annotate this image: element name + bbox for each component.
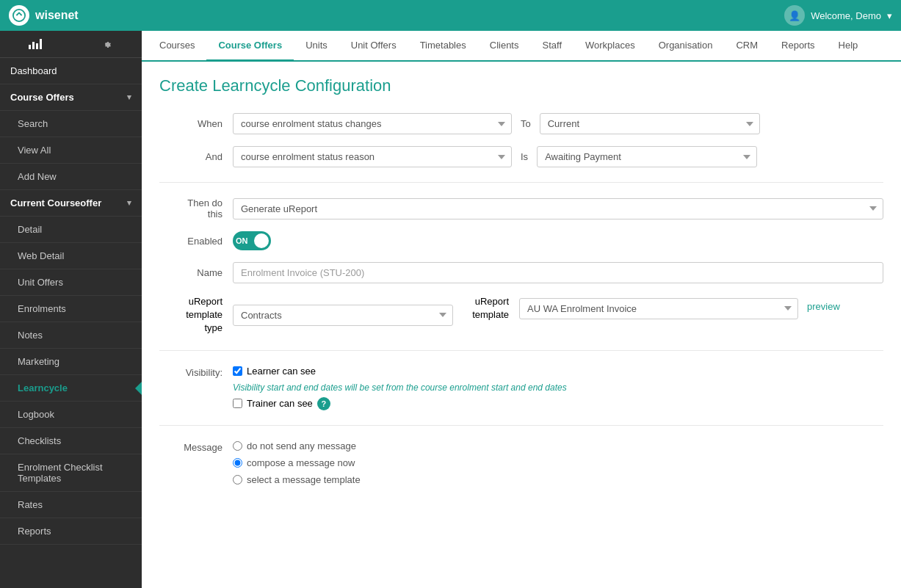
analytics-icon-btn[interactable] xyxy=(0,31,71,57)
svg-rect-3 xyxy=(36,43,38,49)
message-radio-compose[interactable] xyxy=(233,458,242,468)
user-dropdown-icon[interactable]: ▾ xyxy=(887,10,892,21)
message-option-none: do not send any message xyxy=(233,440,361,451)
then-do-label: Then do this xyxy=(159,197,233,219)
message-radio-none[interactable] xyxy=(233,441,242,451)
message-none-label: do not send any message xyxy=(247,440,356,451)
divider3 xyxy=(159,425,883,426)
svg-rect-4 xyxy=(40,39,42,49)
is-connector: Is xyxy=(512,151,537,162)
tab-help[interactable]: Help xyxy=(827,31,870,62)
tab-organisation[interactable]: Organisation xyxy=(647,31,725,62)
visibility-label: Visibility: xyxy=(159,366,233,378)
and-label: And xyxy=(159,151,233,162)
when-row: When course enrolment status changes To … xyxy=(159,113,883,134)
then-do-select[interactable]: Generate uReport xyxy=(233,198,883,219)
user-menu[interactable]: 👤 Welcome, Demo ▾ xyxy=(784,5,892,26)
page-title: Create Learncycle Configuration xyxy=(159,76,883,95)
current-courseoffer-label: Current Courseoffer xyxy=(10,197,101,208)
tab-workplaces[interactable]: Workplaces xyxy=(573,31,647,62)
tab-units[interactable]: Units xyxy=(294,31,339,62)
message-option-template: select a message template xyxy=(233,474,361,485)
sidebar-section-current-courseoffer[interactable]: Current Courseoffer ▾ xyxy=(0,190,142,217)
sidebar-item-rates[interactable]: Rates xyxy=(0,492,142,518)
sidebar-item-dashboard[interactable]: Dashboard xyxy=(0,58,142,84)
enabled-toggle[interactable]: ON xyxy=(233,231,271,250)
sidebar-item-learncycle[interactable]: Learncycle xyxy=(0,375,142,402)
sidebar-item-add-new[interactable]: Add New xyxy=(0,164,142,190)
ureport-template-select[interactable]: AU WA Enrolment Invoice xyxy=(519,298,798,319)
brand-name: wisenet xyxy=(35,9,79,22)
enabled-row: Enabled ON xyxy=(159,231,883,250)
sidebar-item-enrolment-checklist-templates[interactable]: Enrolment Checklist Templates xyxy=(0,454,142,492)
sidebar-item-checklists[interactable]: Checklists xyxy=(0,428,142,454)
dashboard-label: Dashboard xyxy=(10,65,57,76)
message-option-compose: compose a message now xyxy=(233,457,361,468)
sidebar-item-unit-offers[interactable]: Unit Offers xyxy=(0,269,142,296)
chevron-down-icon2: ▾ xyxy=(127,198,131,208)
user-avatar: 👤 xyxy=(784,5,805,26)
sidebar: Dashboard Course Offers ▾ Search View Al… xyxy=(0,31,142,588)
visibility-options: Learner can see Visibility start and end… xyxy=(233,366,567,410)
ureport-type-select[interactable]: Contracts xyxy=(233,305,453,326)
sidebar-item-logbook[interactable]: Logbook xyxy=(0,402,142,428)
nav-tabs: Courses Course Offers Units Unit Offers … xyxy=(142,31,901,62)
when-select[interactable]: course enrolment status changes xyxy=(233,113,512,134)
tab-unit-offers[interactable]: Unit Offers xyxy=(339,31,408,62)
tab-courses[interactable]: Courses xyxy=(148,31,206,62)
message-row: Message do not send any message compose … xyxy=(159,440,883,485)
help-icon[interactable]: ? xyxy=(317,397,330,410)
sidebar-icon-bar xyxy=(0,31,142,58)
when-label: When xyxy=(159,118,233,129)
svg-rect-2 xyxy=(32,42,35,49)
course-offers-section-label: Course Offers xyxy=(10,92,74,103)
sidebar-item-search[interactable]: Search xyxy=(0,111,142,137)
enabled-label: Enabled xyxy=(159,236,233,247)
svg-rect-1 xyxy=(29,45,31,49)
and-row: And course enrolment status reason Is Aw… xyxy=(159,146,883,167)
to-select[interactable]: Current xyxy=(540,113,760,134)
trainer-can-see-label: Trainer can see xyxy=(247,398,313,409)
visibility-row: Visibility: Learner can see Visibility s… xyxy=(159,366,883,410)
learner-can-see-row: Learner can see xyxy=(233,366,567,377)
settings-icon-btn[interactable] xyxy=(71,31,142,57)
name-input[interactable] xyxy=(233,262,883,283)
logo-icon[interactable] xyxy=(9,5,29,26)
sidebar-item-reports[interactable]: Reports xyxy=(0,518,142,545)
sidebar-item-marketing[interactable]: Marketing xyxy=(0,349,142,375)
tab-staff[interactable]: Staff xyxy=(531,31,574,62)
then-do-row: Then do this Generate uReport xyxy=(159,197,883,219)
sidebar-item-view-all[interactable]: View All xyxy=(0,137,142,164)
is-select[interactable]: Awaiting Payment xyxy=(537,146,757,167)
ureport-template-label: uReport template xyxy=(468,295,519,322)
learner-can-see-checkbox[interactable] xyxy=(233,366,242,376)
sidebar-item-enrolments[interactable]: Enrolments xyxy=(0,296,142,322)
sidebar-item-web-detail[interactable]: Web Detail xyxy=(0,243,142,269)
message-options: do not send any message compose a messag… xyxy=(233,440,361,485)
tab-crm[interactable]: CRM xyxy=(724,31,770,62)
sidebar-item-detail[interactable]: Detail xyxy=(0,217,142,243)
sidebar-section-course-offers[interactable]: Course Offers ▾ xyxy=(0,84,142,111)
sidebar-item-notes[interactable]: Notes xyxy=(0,322,142,349)
trainer-can-see-row: Trainer can see ? xyxy=(233,397,567,410)
divider1 xyxy=(159,182,883,183)
svg-point-0 xyxy=(13,10,25,21)
brand-area: wisenet xyxy=(9,5,79,26)
preview-link[interactable]: preview xyxy=(807,295,840,312)
and-select[interactable]: course enrolment status reason xyxy=(233,146,512,167)
message-compose-label: compose a message now xyxy=(247,457,355,468)
message-radio-template[interactable] xyxy=(233,475,242,484)
active-arrow-icon xyxy=(135,381,142,396)
ureport-template-group: uReport template AU WA Enrolment Invoice… xyxy=(468,295,840,322)
to-connector: To xyxy=(512,118,540,129)
tab-course-offers[interactable]: Course Offers xyxy=(206,31,294,62)
message-label: Message xyxy=(159,440,233,453)
page-content: Create Learncycle Configuration When cou… xyxy=(142,62,901,500)
trainer-can-see-checkbox[interactable] xyxy=(233,399,242,408)
main-content: Courses Course Offers Units Unit Offers … xyxy=(142,31,901,588)
tab-clients[interactable]: Clients xyxy=(478,31,531,62)
top-header: wisenet 👤 Welcome, Demo ▾ xyxy=(0,0,901,31)
chevron-down-icon: ▾ xyxy=(127,92,131,102)
tab-timetables[interactable]: Timetables xyxy=(408,31,478,62)
tab-reports[interactable]: Reports xyxy=(770,31,827,62)
